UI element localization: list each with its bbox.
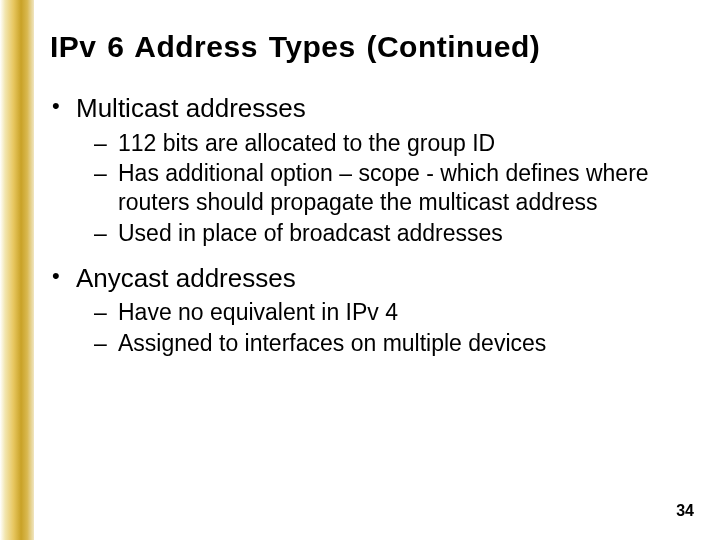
bullet-level2: Has additional option – scope - which de… [50, 159, 690, 217]
decorative-stripe [0, 0, 34, 540]
sub-bullet-list: Have no equivalent in IPv 4 Assigned to … [50, 298, 690, 358]
list-item: Anycast addresses Have no equivalent in … [50, 262, 690, 358]
sub-bullet-list: 112 bits are allocated to the group ID H… [50, 129, 690, 248]
bullet-level2: Used in place of broadcast addresses [50, 219, 690, 248]
bullet-level1: Anycast addresses [50, 262, 690, 295]
slide-title: IPv 6 Address Types (Continued) [50, 30, 690, 64]
bullet-level2: Assigned to interfaces on multiple devic… [50, 329, 690, 358]
page-number: 34 [676, 502, 694, 520]
bullet-level1: Multicast addresses [50, 92, 690, 125]
list-item: Multicast addresses 112 bits are allocat… [50, 92, 690, 248]
bullet-level2: Have no equivalent in IPv 4 [50, 298, 690, 327]
slide-content: IPv 6 Address Types (Continued) Multicas… [50, 30, 690, 372]
bullet-level2: 112 bits are allocated to the group ID [50, 129, 690, 158]
bullet-list: Multicast addresses 112 bits are allocat… [50, 92, 690, 358]
